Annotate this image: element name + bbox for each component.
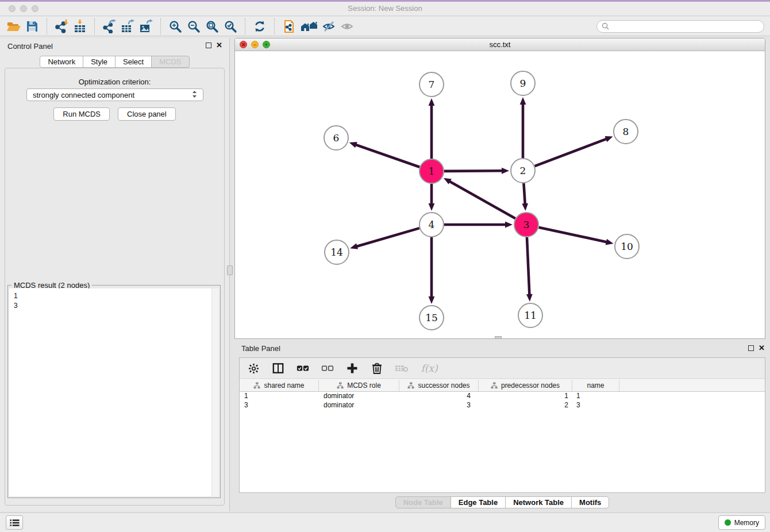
cell-name[interactable]: 3: [572, 401, 619, 410]
columns-icon: [272, 363, 284, 374]
export-image-button[interactable]: [137, 18, 155, 35]
criterion-select[interactable]: strongly connected component: [26, 88, 203, 101]
zoom-fit-icon: [205, 20, 219, 33]
duplicate-network-button[interactable]: [280, 18, 298, 35]
network-view-window: ✕ − + scc.txt 1234678910111415: [234, 38, 765, 339]
network-resize-grip[interactable]: [495, 336, 502, 339]
show-column-panel-button[interactable]: [271, 361, 285, 376]
tab-motifs[interactable]: Motifs: [571, 496, 609, 508]
graph-node-label-2: 2: [520, 165, 526, 176]
network-window-titlebar[interactable]: ✕ − + scc.txt: [235, 38, 765, 51]
table-row[interactable]: 3 dominator 3 2 3: [240, 401, 765, 410]
export-network-button[interactable]: [100, 18, 118, 35]
hide-selected-button[interactable]: [320, 18, 338, 35]
task-history-button[interactable]: [6, 515, 23, 530]
table-panel-float-icon[interactable]: [748, 345, 754, 351]
table-settings-button[interactable]: [247, 361, 260, 376]
run-mcds-button[interactable]: Run MCDS: [53, 107, 110, 121]
close-panel-button[interactable]: Close panel: [118, 107, 176, 121]
graph-edge-1-2[interactable]: [444, 171, 503, 171]
delete-row-button[interactable]: [370, 361, 384, 376]
zoom-selected-button[interactable]: [221, 18, 240, 35]
graph-node-label-10: 10: [621, 241, 633, 252]
control-panel-close-icon[interactable]: ✕: [216, 41, 222, 49]
add-row-button[interactable]: [345, 361, 359, 376]
column-header-shared-name[interactable]: shared name: [240, 380, 319, 391]
cell-predecessor-nodes[interactable]: 2: [479, 401, 572, 410]
home-button[interactable]: [298, 18, 320, 35]
zoom-fit-button[interactable]: [203, 18, 221, 35]
column-header-mcds-role[interactable]: MCDS role: [319, 380, 399, 391]
cell-shared-name[interactable]: 1: [240, 392, 319, 401]
mcds-result-line: 1: [14, 291, 214, 301]
tab-mcds[interactable]: MCDS: [151, 56, 189, 68]
graph-arrowhead-2-8: [605, 136, 613, 142]
control-panel-tabs: Network Style Select MCDS: [0, 56, 229, 68]
column-header-predecessor-nodes[interactable]: predecessor nodes: [479, 380, 572, 391]
toolbar-separator: [245, 18, 245, 34]
graph-edge-3-11[interactable]: [527, 237, 530, 296]
mcds-buttons-row: Run MCDS Close panel: [5, 107, 224, 121]
tab-edge-table[interactable]: Edge Table: [451, 496, 506, 508]
search-input[interactable]: [612, 22, 759, 30]
column-header-name[interactable]: name: [572, 380, 619, 391]
graph-edge-1-6[interactable]: [355, 144, 419, 167]
network-graph-svg[interactable]: 1234678910111415: [235, 51, 765, 338]
toolbar-separator: [160, 18, 161, 34]
cell-shared-name[interactable]: 3: [240, 401, 319, 410]
tab-select[interactable]: Select: [115, 56, 152, 68]
show-all-button[interactable]: [338, 18, 357, 35]
export-table-button[interactable]: [118, 18, 137, 35]
import-table-icon: [73, 20, 87, 33]
network-canvas[interactable]: 1234678910111415: [235, 51, 765, 338]
import-table-button[interactable]: [71, 18, 89, 35]
table-panel-close-icon[interactable]: ✕: [759, 344, 765, 352]
cell-successor-nodes[interactable]: 4: [399, 392, 479, 401]
gear-icon: [248, 363, 259, 374]
memory-button[interactable]: Memory: [718, 515, 765, 530]
cell-successor-nodes[interactable]: 3: [399, 401, 479, 410]
delete-table-button[interactable]: [395, 361, 409, 376]
cell-mcds-role[interactable]: dominator: [319, 392, 399, 401]
tab-network-table[interactable]: Network Table: [505, 496, 572, 508]
open-session-button[interactable]: [5, 18, 23, 35]
graph-arrowhead-3-10: [606, 239, 614, 245]
search-field[interactable]: [596, 20, 764, 33]
save-session-button[interactable]: [23, 18, 41, 35]
panel-splitter-grip[interactable]: [227, 265, 233, 275]
graph-edge-4-14[interactable]: [356, 228, 419, 246]
graph-arrowhead-1-2: [502, 168, 509, 174]
function-builder-button[interactable]: f(x): [419, 361, 439, 376]
graph-arrowhead-1-6: [349, 142, 357, 148]
cell-name[interactable]: 1: [572, 392, 619, 401]
attribute-icon: [337, 382, 344, 389]
zoom-out-button[interactable]: [184, 18, 203, 35]
graph-edge-3-10[interactable]: [538, 228, 607, 242]
tab-network[interactable]: Network: [40, 56, 83, 68]
graph-edge-3-1[interactable]: [449, 181, 515, 219]
zoom-in-button[interactable]: [166, 18, 184, 35]
import-network-button[interactable]: [52, 18, 71, 35]
zoom-in-icon: [168, 20, 182, 33]
deselect-all-rows-button[interactable]: [321, 361, 334, 376]
mcds-result-line: 3: [14, 301, 214, 311]
graph-edge-2-8[interactable]: [535, 138, 608, 166]
tab-node-table[interactable]: Node Table: [395, 496, 451, 508]
cell-mcds-role[interactable]: dominator: [319, 401, 399, 410]
table-row[interactable]: 1 dominator 4 1 1: [240, 392, 765, 401]
refresh-button[interactable]: [251, 18, 269, 35]
cell-predecessor-nodes[interactable]: 1: [479, 392, 572, 401]
graph-arrowhead-2-3: [522, 203, 528, 211]
control-panel-float-icon[interactable]: [206, 43, 211, 48]
result-scrollbar[interactable]: [211, 288, 219, 496]
graph-edge-2-3[interactable]: [523, 183, 525, 205]
trash-icon: [372, 363, 382, 374]
column-header-successor-nodes[interactable]: successor nodes: [399, 380, 479, 391]
select-all-rows-button[interactable]: [296, 361, 310, 376]
home-icon: [300, 20, 318, 33]
open-folder-icon: [6, 20, 21, 33]
attribute-icon: [407, 382, 414, 389]
eye-icon: [341, 20, 355, 33]
tab-style[interactable]: Style: [83, 56, 116, 68]
unchecked-boxes-icon: [321, 364, 334, 372]
